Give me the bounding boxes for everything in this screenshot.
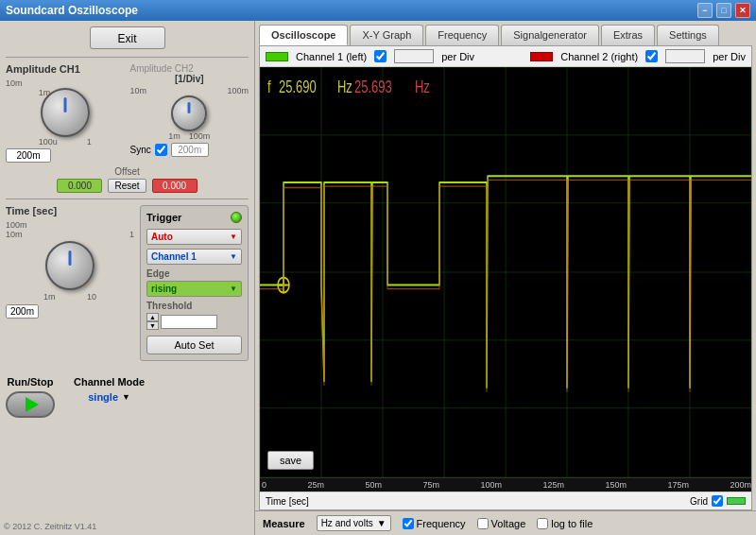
threshold-input-row: ▲ ▼ 0.01 — [146, 313, 242, 330]
ch1-per-div-unit: per Div — [441, 51, 474, 62]
ch2-bar-label: Channel 2 (right) — [560, 51, 638, 62]
svg-text:Hz: Hz — [415, 78, 430, 95]
trigger-channel-arrow: ▼ — [230, 252, 237, 261]
run-stop-section: Run/Stop — [6, 376, 55, 418]
threshold-up[interactable]: ▲ — [146, 313, 159, 321]
tab-bar: Oscilloscope X-Y Graph Frequency Signalg… — [255, 21, 756, 45]
amp-ch1-label: Amplitude CH1 — [6, 63, 125, 75]
svg-text:Hz: Hz — [337, 78, 352, 95]
amp-ch2-knob[interactable] — [171, 95, 207, 131]
amplitude-ch2: Amplitude CH2 [1/Div] 10m 100m 1m 100m S… — [127, 63, 249, 157]
trigger-mode-dropdown[interactable]: Auto ▼ — [146, 229, 242, 245]
channel-mode-label: Channel Mode — [74, 376, 145, 388]
scope-display: f 25.690 Hz 25.693 Hz save — [260, 67, 751, 477]
grid-row: Grid — [690, 495, 746, 507]
tab-settings[interactable]: Settings — [657, 25, 719, 45]
minimize-btn[interactable]: − — [697, 3, 713, 18]
ch2-per-div[interactable]: 200m — [665, 49, 705, 63]
channel-mode-section: Channel Mode single ▼ — [74, 376, 145, 418]
trigger-channel-dropdown[interactable]: Channel 1 ▼ — [146, 249, 242, 265]
knob2-top-left: 10m — [130, 86, 147, 95]
trigger-label: Trigger — [146, 212, 181, 223]
window-controls: − □ ✕ — [697, 3, 750, 18]
app-title: Soundcard Oszilloscope — [6, 4, 138, 17]
amp-ch2-knob-container: 10m 100m 1m 100m — [130, 86, 249, 141]
threshold-input[interactable]: 0.01 — [161, 315, 217, 329]
ch1-value-display[interactable]: 200m — [6, 148, 51, 163]
run-stop-button[interactable] — [6, 391, 55, 418]
offset-ch1[interactable]: 0.000 — [57, 179, 102, 193]
tab-xy-graph[interactable]: X-Y Graph — [350, 25, 423, 45]
time-value-display[interactable]: 200m — [6, 304, 39, 319]
knob2-bottom-right: 100m — [189, 131, 211, 141]
threshold-spinners: ▲ ▼ — [146, 313, 159, 330]
offset-label: Offset — [114, 166, 140, 177]
maximize-btn[interactable]: □ — [716, 3, 731, 18]
divider-2 — [6, 198, 249, 199]
channel-mode-dropdown[interactable]: single ▼ — [74, 391, 145, 403]
measure-label: Measure — [263, 518, 305, 529]
offset-ch2[interactable]: 0.000 — [152, 179, 198, 193]
knob1-bottom-right: 1 — [87, 137, 92, 147]
knob2-top-right: 100m — [227, 86, 249, 95]
scope-panel: Channel 1 (left) 200m per Div Channel 2 … — [259, 45, 752, 510]
threshold-label: Threshold — [146, 301, 242, 311]
edge-dropdown[interactable]: rising ▼ — [146, 281, 242, 297]
amplitude-section: Amplitude CH1 10m 1m 100u 1 200m — [6, 63, 249, 163]
frequency-checkbox[interactable] — [403, 518, 414, 529]
run-stop-label: Run/Stop — [6, 376, 55, 388]
ch2-value-display[interactable]: 200m — [171, 143, 209, 157]
ch2-indicator — [530, 52, 553, 61]
time-knob-area: 100m 10m 1 1m 10 — [6, 220, 134, 302]
grid-checkbox[interactable] — [712, 495, 723, 507]
trigger-channel-value: Channel 1 — [151, 251, 197, 262]
ch1-checkbox[interactable] — [374, 50, 387, 62]
time-section: Time [sec] 100m 10m 1 1m 10 — [6, 205, 134, 361]
tab-signalgenerator[interactable]: Signalgenerator — [501, 25, 599, 45]
tab-extras[interactable]: Extras — [601, 25, 655, 45]
trigger-section: Trigger Auto ▼ Channel 1 ▼ Edge rising ▼… — [140, 205, 249, 361]
tick-75m: 75m — [422, 480, 439, 490]
edge-value: rising — [151, 284, 177, 294]
tab-oscilloscope[interactable]: Oscilloscope — [259, 25, 348, 45]
time-knob[interactable] — [45, 241, 94, 290]
time-axis-label: Time [sec] — [266, 496, 309, 507]
time-bot-right: 10 — [87, 292, 96, 302]
measure-dropdown-arrow: ▼ — [377, 518, 387, 528]
measure-dropdown[interactable]: Hz and volts ▼ — [317, 515, 391, 531]
time-mid-right: 1 — [129, 230, 134, 239]
trigger-header: Trigger — [146, 212, 242, 223]
amp-ch1-knob[interactable] — [41, 88, 90, 137]
threshold-down[interactable]: ▼ — [146, 321, 159, 330]
save-button[interactable]: save — [267, 451, 314, 470]
reset-button[interactable]: Reset — [108, 179, 146, 193]
sync-checkbox[interactable] — [155, 144, 167, 156]
auto-set-button[interactable]: Auto Set — [146, 336, 242, 354]
log-check-label: log to file — [551, 518, 593, 529]
scope-svg: f 25.690 Hz 25.693 Hz — [260, 67, 751, 477]
exit-button[interactable]: Exit — [90, 26, 165, 49]
channel-mode-arrow: ▼ — [122, 392, 130, 402]
sync-row-ch2: Sync 200m — [130, 143, 249, 157]
ch1-sync-row: 200m — [6, 148, 125, 163]
tab-frequency[interactable]: Frequency — [425, 25, 499, 45]
main-container: Exit Amplitude CH1 10m 1m 100u 1 — [0, 21, 756, 535]
tick-200m: 200m — [730, 480, 751, 490]
offset-section: Offset 0.000 Reset 0.000 — [6, 166, 249, 193]
svg-text:25.693: 25.693 — [354, 78, 392, 95]
ch1-per-div[interactable]: 200m — [394, 49, 434, 63]
ch2-checkbox[interactable] — [645, 50, 658, 62]
unit-label: [1/Div] — [130, 74, 249, 84]
tick-0: 0 — [262, 480, 266, 490]
title-bar: Soundcard Oszilloscope − □ ✕ — [0, 0, 756, 21]
channel-bar: Channel 1 (left) 200m per Div Channel 2 … — [260, 46, 751, 67]
amplitude-ch1: Amplitude CH1 10m 1m 100u 1 200m — [6, 63, 125, 163]
voltage-checkbox[interactable] — [477, 518, 489, 529]
close-btn[interactable]: ✕ — [735, 3, 750, 18]
log-checkbox[interactable] — [537, 518, 548, 529]
tick-50m: 50m — [365, 480, 382, 490]
trigger-led — [231, 212, 242, 223]
tick-100m: 100m — [480, 480, 502, 490]
svg-text:25.690: 25.690 — [279, 78, 317, 95]
tick-150m: 150m — [605, 480, 627, 490]
